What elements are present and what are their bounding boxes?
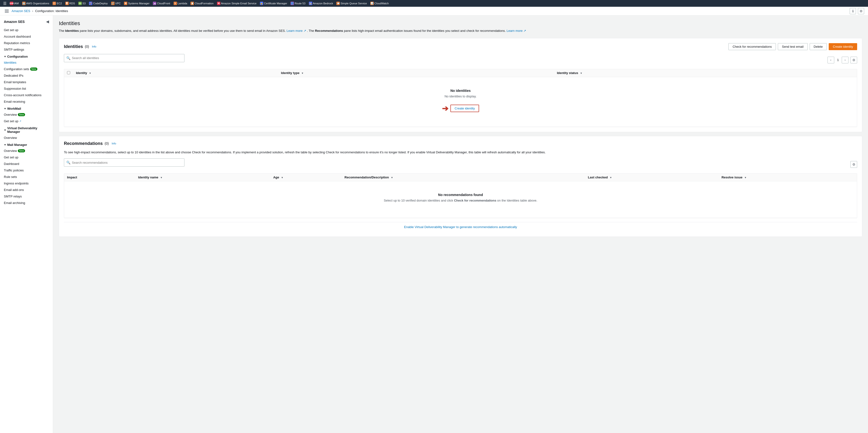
nav-lambda[interactable]: λ Lambda	[173, 1, 189, 5]
vdm-arrow: ▼	[4, 129, 6, 131]
sidebar-item-rule-sets[interactable]: Rule sets	[0, 174, 53, 180]
create-identity-button-empty[interactable]: Create identity	[451, 105, 479, 112]
identities-empty-desc: No identities to display.	[72, 94, 849, 98]
sidebar-item-suppression-list[interactable]: Suppression list	[0, 85, 53, 92]
identity-status-sort-icon[interactable]: ▼	[580, 72, 582, 74]
page-title: Identities	[59, 20, 862, 27]
nav-organizations[interactable]: 🏢 AWS Organizations	[21, 1, 51, 5]
rec-desc-column-header: Recommendation/Description ▼	[342, 174, 585, 181]
nav-cloudformation[interactable]: 📋 CloudFormation	[189, 1, 215, 5]
nav-cert-manager[interactable]: 🔒 Certificate Manager	[259, 1, 288, 5]
identities-table: Identity ▼ Identity type ▼ Identity stat…	[64, 69, 857, 127]
learn-more-link-2[interactable]: Learn more ↗	[506, 29, 526, 33]
recommendations-empty-state: No recommendations found Select up to 10…	[67, 183, 854, 216]
cloudformation-icon: 📋	[190, 2, 194, 5]
mailmgr-arrow: ▼	[4, 144, 6, 146]
recommendations-info-link[interactable]: Info	[112, 142, 116, 145]
identities-empty-state: No identities No identities to display. …	[67, 79, 854, 125]
sidebar-item-mailmgr-overview[interactable]: Overview New	[0, 148, 53, 154]
nav-vpc[interactable]: 🔗 VPC	[110, 1, 122, 5]
breadcrumb-service-link[interactable]: Amazon SES	[11, 9, 30, 13]
recommendations-panel-header: Recommendations (0) Info	[64, 141, 857, 146]
nav-iam[interactable]: IAM IAM	[9, 1, 20, 5]
rec-desc-sort-icon[interactable]: ▼	[391, 176, 393, 179]
sidebar-item-mailmgr-dashboard[interactable]: Dashboard	[0, 161, 53, 167]
sidebar-item-workmail-overview[interactable]: Overview New	[0, 112, 53, 118]
identities-toolbar: 🔍 ‹ 1 › ⚙	[64, 54, 857, 66]
sidebar-item-reputation-metrics[interactable]: Reputation metrics	[0, 40, 53, 46]
sqs-icon: 📨	[336, 2, 340, 5]
sidebar-item-dedicated-ips[interactable]: Dedicated IPs	[0, 72, 53, 79]
nav-systems-manager[interactable]: ⚙ Systems Manager	[123, 1, 151, 5]
check-recommendations-button[interactable]: Check for recommendations	[728, 43, 776, 50]
delete-button[interactable]: Delete	[810, 43, 827, 50]
nav-hamburger[interactable]: ☰	[2, 1, 8, 6]
sidebar-section-workmail[interactable]: ▼ WorkMail	[0, 105, 53, 112]
sidebar-item-account-dashboard[interactable]: Account dashboard	[0, 33, 53, 40]
identity-type-sort-icon[interactable]: ▼	[301, 72, 304, 74]
info-button[interactable]: ℹ	[850, 8, 856, 14]
sidebar-item-email-archiving[interactable]: Email archiving	[0, 199, 53, 206]
identities-info-link[interactable]: Info	[92, 45, 96, 48]
nav-cloudwatch[interactable]: 📊 CloudWatch	[369, 1, 390, 5]
nav-ec2[interactable]: ⬡ EC2	[51, 1, 63, 5]
sidebar-item-email-receiving[interactable]: Email receiving	[0, 98, 53, 105]
table-settings-button[interactable]: ⚙	[850, 57, 857, 63]
resolve-issue-sort-icon[interactable]: ▼	[744, 176, 747, 179]
sidebar-item-mailmgr-setup[interactable]: Get set up	[0, 154, 53, 161]
learn-more-link-1[interactable]: Learn more ↗	[286, 29, 306, 33]
last-checked-sort-icon[interactable]: ▼	[610, 176, 612, 179]
nav-sqs[interactable]: 📨 Simple Queue Service	[335, 1, 368, 5]
configuration-arrow: ▼	[4, 55, 6, 58]
sidebar-item-configuration-sets[interactable]: Configuration sets New	[0, 66, 53, 72]
age-sort-icon[interactable]: ▼	[281, 176, 283, 179]
sidebar-item-smtp-relays[interactable]: SMTP relays	[0, 193, 53, 199]
sidebar-item-get-set-up[interactable]: Get set up	[0, 27, 53, 33]
identity-name-sort-icon[interactable]: ▼	[160, 176, 162, 179]
identities-panel-title: Identities (0) Info	[64, 44, 96, 49]
sidebar-section-vdm[interactable]: ▼ Virtual Deliverability Manager	[0, 124, 53, 134]
pagination-next-button[interactable]: ›	[842, 57, 848, 63]
sidebar-item-ingress-endpoints[interactable]: Ingress endpoints	[0, 180, 53, 187]
create-identity-button-header[interactable]: Create identity	[829, 43, 857, 50]
sidebar-toggle-button[interactable]	[4, 9, 10, 13]
recommendations-table: Impact Identity name ▼ Age ▼ R	[64, 174, 857, 218]
rec-table-settings-button[interactable]: ⚙	[850, 161, 857, 168]
nav-route53[interactable]: 🌐 Route 53	[289, 1, 307, 5]
enable-vdm-link[interactable]: Enable Virtual Deliverability Manager to…	[404, 225, 517, 229]
sidebar-section-configuration[interactable]: ▼ Configuration	[0, 53, 53, 59]
select-all-cell	[64, 69, 73, 77]
nav-rds[interactable]: 🗄 RDS	[64, 1, 76, 5]
pagination-prev-button[interactable]: ‹	[828, 57, 834, 63]
sidebar-item-workmail-setup[interactable]: Get set up ↗	[0, 118, 53, 124]
content-area: Identities The Identities pane lists you…	[53, 16, 868, 433]
nav-cloudfront[interactable]: ☁ CloudFront	[152, 1, 171, 5]
nav-ses[interactable]: ✉ Amazon Simple Email Service	[216, 1, 258, 5]
identities-search-input[interactable]	[64, 54, 184, 62]
sidebar-collapse-button[interactable]: ◀	[46, 19, 49, 24]
sidebar: Amazon SES ◀ Get set up Account dashboar…	[0, 16, 53, 433]
identity-name-column-header: Identity name ▼	[135, 174, 270, 181]
sidebar-item-email-addons[interactable]: Email add-ons	[0, 187, 53, 193]
sidebar-item-cross-account[interactable]: Cross-account notifications	[0, 92, 53, 98]
nav-bedrock[interactable]: 🤖 Amazon Bedrock	[308, 1, 334, 5]
sidebar-item-traffic-policies[interactable]: Traffic policies	[0, 167, 53, 174]
recommendations-search-input[interactable]	[64, 158, 184, 166]
breadcrumb-current-page: Configuration: Identities	[35, 9, 68, 13]
nav-codedeploy[interactable]: 🚀 CodeDeploy	[88, 1, 109, 5]
sidebar-item-vdm-overview[interactable]: Overview	[0, 134, 53, 141]
sidebar-section-mail-manager[interactable]: ▼ Mail Manager	[0, 141, 53, 148]
identity-type-column-header: Identity type ▼	[278, 69, 554, 77]
identity-status-column-header: Identity status ▼	[554, 69, 857, 77]
last-checked-column-header: Last checked ▼	[585, 174, 718, 181]
select-all-checkbox[interactable]	[67, 71, 70, 74]
nav-s3[interactable]: S3 S3	[77, 1, 87, 5]
identities-bold: Identities	[65, 29, 79, 33]
sidebar-item-identities[interactable]: Identities	[0, 59, 53, 66]
settings-button[interactable]: ⚙	[858, 8, 864, 14]
identity-sort-icon[interactable]: ▼	[89, 72, 91, 74]
r53-icon: 🌐	[290, 2, 294, 5]
sidebar-item-email-templates[interactable]: Email templates	[0, 79, 53, 85]
sidebar-item-smtp-settings[interactable]: SMTP settings	[0, 46, 53, 53]
send-test-email-button[interactable]: Send test email	[778, 43, 808, 50]
